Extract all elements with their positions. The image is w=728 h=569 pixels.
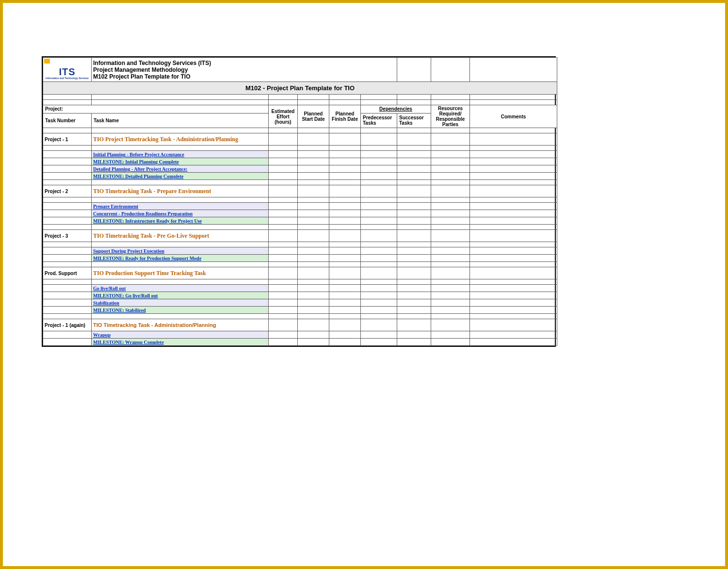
col-comments: Comments <box>470 105 557 128</box>
task-name: Wrapup <box>92 331 269 339</box>
project-label: Project: <box>43 105 269 114</box>
milestone-link[interactable]: MILESTONE: Initial Planning Complete <box>93 159 179 164</box>
task-number-cell <box>43 307 92 314</box>
col-dependencies: Dependencies <box>361 105 431 114</box>
section-title: TIO Timetracking Task - Pre Go-Live Supp… <box>92 230 269 242</box>
task-number-cell <box>43 292 92 299</box>
task-number-cell <box>43 339 92 346</box>
task-name: Prepare Environment <box>92 203 269 210</box>
header-line-2: Project Management Methodology <box>93 66 395 73</box>
task-name: Go live/Roll out <box>92 285 269 292</box>
task-number-cell <box>43 165 92 173</box>
milestone-name: MILESTONE: Initial Planning Complete <box>92 158 269 165</box>
col-planned-finish: PlannedFinish Date <box>329 105 361 128</box>
task-number-cell <box>43 331 92 339</box>
spreadsheet: ITSInformation and Technology ServicesIn… <box>42 56 556 347</box>
milestone-name: MILESTONE: Go live/Roll out <box>92 292 269 299</box>
section-number: Project - 3 <box>43 230 92 242</box>
task-name: Support During Project Execution <box>92 247 269 255</box>
plan-table: ITSInformation and Technology ServicesIn… <box>43 57 557 346</box>
milestone-link[interactable]: MILESTONE: Ready for Production Support … <box>93 256 201 261</box>
col-resources: ResourcesRequired/ResponsibleParties <box>431 105 470 128</box>
task-link[interactable]: Support During Project Execution <box>93 248 164 254</box>
section-title: TIO Project Timetracking Task - Administ… <box>92 133 269 146</box>
task-link[interactable]: Stabilization <box>93 300 119 306</box>
task-link[interactable]: Go live/Roll out <box>93 286 126 291</box>
task-number-cell <box>43 173 92 180</box>
task-name: Initial Planning - Before Project Accept… <box>92 151 269 158</box>
task-number-cell <box>43 247 92 255</box>
section-title: TIO Timetracking Task - Administration/P… <box>92 319 269 331</box>
milestone-link[interactable]: MILESTONE: Stabilized <box>93 308 146 313</box>
section-number: Prod. Support <box>43 267 92 279</box>
col-predecessor: PredecessorTasks <box>361 113 397 128</box>
logo-subtext: Information and Technology Services <box>44 77 90 80</box>
milestone-link[interactable]: MILESTONE: Wrapup Complete <box>93 340 164 345</box>
col-task-number: Task Number <box>43 113 92 128</box>
milestone-name: MILESTONE: Wrapup Complete <box>92 339 269 346</box>
col-planned-start: PlannedStart Date <box>298 105 329 128</box>
task-number-cell <box>43 203 92 210</box>
header-line-3: M102 Project Plan Template for TIO <box>93 73 395 80</box>
section-number: Project - 1 (again) <box>43 319 92 331</box>
section-number: Project - 2 <box>43 185 92 197</box>
task-name: Concurrent - Production Readiness Prepar… <box>92 210 269 217</box>
task-number-cell <box>43 285 92 292</box>
col-successor: SuccessorTasks <box>397 113 431 128</box>
task-name: Detailed Planning - After Project Accept… <box>92 165 269 173</box>
section-title: TIO Production Support Time Tracking Tas… <box>92 267 269 279</box>
milestone-name: MILESTONE: Stabilized <box>92 307 269 314</box>
task-number-cell <box>43 158 92 165</box>
title-banner: M102 - Project Plan Template for TIO <box>43 82 557 95</box>
page-frame: ITSInformation and Technology ServicesIn… <box>0 0 728 569</box>
task-number-cell <box>43 151 92 158</box>
task-link[interactable]: Prepare Environment <box>93 204 138 209</box>
milestone-link[interactable]: MILESTONE: Detailed Planning Complete <box>93 174 183 179</box>
task-link[interactable]: Detailed Planning - After Project Accept… <box>93 166 187 172</box>
header-line-1: Information and Technology Services (ITS… <box>93 60 395 66</box>
task-number-cell <box>43 217 92 225</box>
milestone-link[interactable]: MILESTONE: Infrastructure Ready for Proj… <box>93 218 202 224</box>
task-link[interactable]: Concurrent - Production Readiness Prepar… <box>93 211 193 216</box>
milestone-link[interactable]: MILESTONE: Go live/Roll out <box>93 293 158 298</box>
task-link[interactable]: Initial Planning - Before Project Accept… <box>93 152 184 157</box>
milestone-name: MILESTONE: Infrastructure Ready for Proj… <box>92 217 269 225</box>
logo-badge-icon <box>44 59 50 64</box>
task-number-cell <box>43 210 92 217</box>
task-number-cell <box>43 255 92 262</box>
logo-text: ITS <box>44 66 90 78</box>
col-task-name: Task Name <box>92 113 269 128</box>
logo-cell: ITSInformation and Technology Services <box>43 58 92 82</box>
task-number-cell <box>43 299 92 307</box>
header-lines: Information and Technology Services (ITS… <box>92 58 397 82</box>
milestone-name: MILESTONE: Detailed Planning Complete <box>92 173 269 180</box>
task-name: Stabilization <box>92 299 269 307</box>
section-title: TIO Timetracking Task - Prepare Environm… <box>92 185 269 197</box>
milestone-name: MILESTONE: Ready for Production Support … <box>92 255 269 262</box>
task-link[interactable]: Wrapup <box>93 332 111 338</box>
col-estimated-effort: EstimatedEffort(hours) <box>269 105 298 128</box>
section-number: Project - 1 <box>43 133 92 146</box>
